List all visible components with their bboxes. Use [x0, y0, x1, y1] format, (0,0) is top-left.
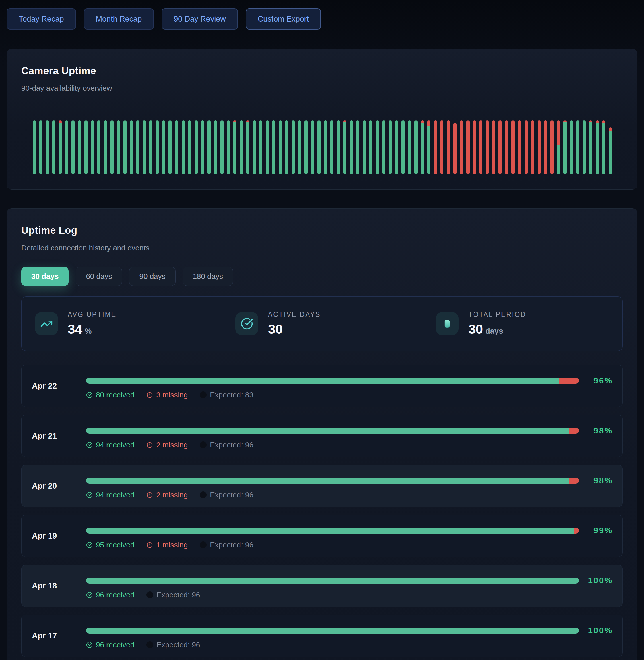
bar-down-segment: [596, 120, 599, 123]
uptime-day-bar: [59, 120, 62, 174]
uptime-progress-bar: [86, 428, 579, 434]
alert-circle-icon: [146, 542, 153, 548]
received-count: 94 received: [86, 441, 134, 449]
bar-down-segment: [479, 120, 482, 174]
bar-up-segment: [596, 123, 599, 174]
uptime-day-bar: [298, 120, 301, 174]
uptime-day-bar: [207, 120, 211, 174]
uptime-day-bar: [369, 120, 372, 174]
stat-avg-uptime: AVG UPTIME34%: [22, 311, 222, 337]
uptime-day-bar: [136, 120, 139, 174]
custom-export-button[interactable]: Custom Export: [246, 8, 321, 29]
uptime-day-bar: [33, 120, 36, 174]
bar-up-segment: [111, 120, 114, 174]
uptime-day-bar: [317, 120, 321, 174]
filter-60-days[interactable]: 60 days: [76, 267, 122, 286]
log-row-apr-20[interactable]: Apr 2094 received2 missingExpected: 9698…: [21, 465, 623, 507]
bar-down-segment: [544, 120, 547, 174]
90-day-review-button[interactable]: 90 Day Review: [162, 8, 238, 29]
missing-count: 2 missing: [146, 490, 188, 500]
uptime-day-bar: [130, 120, 133, 174]
uptime-day-bar: [149, 120, 153, 174]
log-row-apr-19[interactable]: Apr 1995 received1 missingExpected: 9699…: [21, 515, 623, 557]
filter-90-days[interactable]: 90 days: [129, 267, 175, 286]
progress-received-segment: [86, 577, 579, 584]
filter-30-days[interactable]: 30 days: [21, 267, 69, 286]
log-row-apr-22[interactable]: Apr 2280 received3 missingExpected: 8396…: [21, 365, 623, 407]
bar-up-segment: [395, 120, 398, 174]
uptime-day-bar: [337, 120, 340, 174]
stat-unit: %: [85, 327, 92, 335]
uptime-day-bar: [350, 120, 353, 174]
stat-value: 34%: [68, 322, 116, 337]
log-date: Apr 17: [32, 615, 57, 657]
bar-up-segment: [389, 120, 392, 174]
bar-up-segment: [188, 120, 191, 174]
bar-down-segment: [486, 120, 489, 174]
expected-count: Expected: 96: [200, 490, 253, 500]
uptime-day-bar: [447, 120, 450, 174]
uptime-day-bar: [194, 120, 198, 174]
uptime-day-bar: [434, 120, 437, 174]
bar-up-segment: [292, 120, 295, 174]
bar-up-segment: [401, 120, 405, 174]
bar-down-segment: [473, 120, 476, 174]
uptime-day-bar: [233, 120, 236, 174]
uptime-day-bar: [246, 120, 249, 174]
uptime-log-title: Uptime Log: [21, 225, 623, 236]
progress-missing-segment: [574, 528, 579, 534]
uptime-day-bar: [473, 120, 476, 174]
bar-up-segment: [71, 120, 75, 174]
uptime-day-bar: [408, 120, 411, 174]
log-date: Apr 19: [32, 515, 57, 557]
uptime-day-bar: [531, 120, 534, 174]
uptime-day-bar: [279, 120, 282, 174]
dot-icon: [200, 491, 207, 498]
bar-up-segment: [46, 120, 49, 174]
bar-down-segment: [609, 127, 612, 130]
uptime-day-bar: [486, 120, 489, 174]
bar-up-segment: [221, 120, 224, 174]
uptime-day-bar: [111, 120, 114, 174]
uptime-day-bar: [382, 120, 386, 174]
uptime-day-bar: [292, 120, 295, 174]
bar-up-segment: [194, 120, 198, 174]
received-count: 80 received: [86, 391, 134, 399]
bar-up-segment: [311, 120, 314, 174]
uptime-day-bar: [71, 120, 75, 174]
log-row-apr-18[interactable]: Apr 1896 receivedExpected: 96100%: [21, 565, 623, 607]
expected-count: Expected: 96: [200, 441, 253, 449]
today-recap-button[interactable]: Today Recap: [7, 8, 76, 29]
bar-up-segment: [201, 120, 204, 174]
log-details: 80 received3 missingExpected: 83: [86, 389, 253, 401]
stat-value: 30days: [468, 322, 526, 337]
uptime-day-bar: [363, 120, 366, 174]
filter-180-days[interactable]: 180 days: [183, 267, 233, 286]
uptime-day-bar: [39, 120, 43, 174]
uptime-day-bar: [376, 120, 379, 174]
bar-down-segment: [550, 120, 554, 174]
month-recap-button[interactable]: Month Recap: [84, 8, 154, 29]
bar-down-segment: [499, 120, 502, 174]
dot-icon: [146, 641, 153, 648]
stat-value: 30: [268, 322, 321, 337]
bar-up-segment: [136, 120, 139, 174]
bar-up-segment: [564, 122, 567, 174]
alert-circle-icon: [146, 392, 153, 398]
log-row-apr-21[interactable]: Apr 2194 received2 missingExpected: 9698…: [21, 415, 623, 457]
bar-down-segment: [531, 120, 534, 174]
uptime-day-bar: [356, 120, 359, 174]
log-row-apr-17[interactable]: Apr 1796 receivedExpected: 96100%: [21, 615, 623, 657]
received-count: 96 received: [86, 591, 134, 599]
progress-received-segment: [86, 378, 559, 384]
uptime-log-card: Uptime Log Detailed connection history a…: [7, 208, 637, 660]
bar-up-segment: [84, 120, 88, 174]
progress-received-segment: [86, 528, 574, 534]
bar-up-segment: [285, 120, 288, 174]
bar-down-segment: [460, 120, 463, 174]
bar-up-segment: [609, 131, 612, 174]
uptime-percent: 100%: [588, 626, 613, 635]
bar-down-segment: [454, 123, 457, 174]
bar-up-segment: [324, 120, 327, 174]
camera-uptime-title: Camera Uptime: [21, 65, 623, 76]
